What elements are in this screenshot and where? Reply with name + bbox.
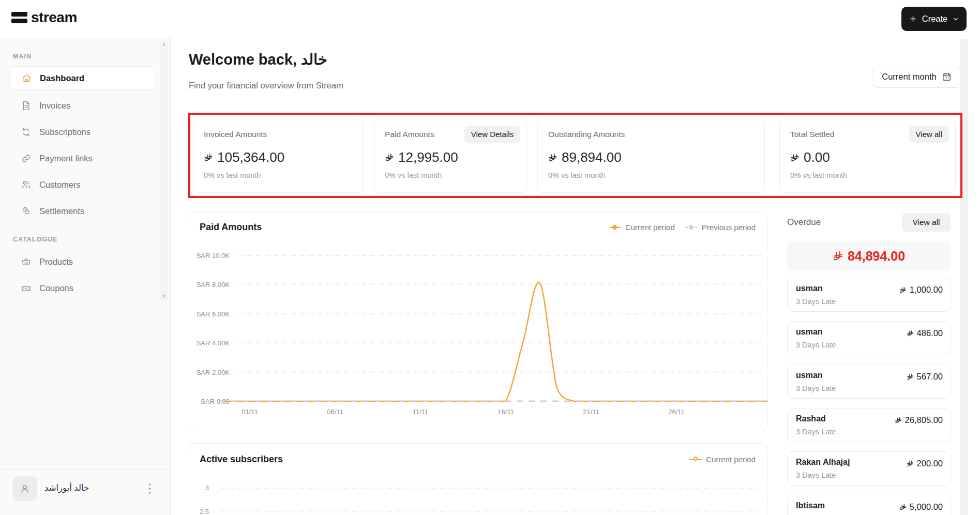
sidebar-item-label: Settlements: [39, 206, 84, 216]
paid-amounts-plot: SAR 10.0K SAR 8.00K SAR 6.00K SAR 4.00K …: [189, 211, 768, 432]
chevron-down-icon: [952, 16, 959, 23]
person-icon: [19, 483, 31, 494]
overdue-item[interactable]: Ibtisam 3 Days Late 5,000.00: [787, 495, 951, 515]
overdue-item[interactable]: Rakan Alhajaj 3 Days Late 200.00: [787, 451, 951, 486]
sidebar-item-coupons[interactable]: Coupons: [9, 276, 155, 300]
overdue-item[interactable]: usman 3 Days Late 1,000.00: [787, 278, 951, 312]
period-selector-button[interactable]: Current month: [873, 66, 960, 88]
section-label-catalogue: CATALOGUE: [13, 236, 57, 243]
stat-delta: 0% vs last month: [790, 171, 847, 179]
view-all-button[interactable]: View all: [909, 126, 949, 143]
plus-icon: [909, 14, 917, 23]
saudi-riyal-icon: [899, 286, 907, 294]
late-status: 3 Days Late: [796, 428, 836, 436]
page-scrollbar[interactable]: [960, 39, 968, 515]
sidebar-item-label: Dashboard: [40, 73, 84, 83]
overdue-amount: 26,805.00: [895, 415, 943, 425]
overdue-item[interactable]: usman 3 Days Late 486.00: [787, 321, 951, 355]
stat-card-total-settled: Total Settled View all 0.00 0% vs last m…: [779, 119, 956, 193]
ticket-icon: [21, 283, 32, 294]
top-bar: stream Create: [0, 0, 980, 38]
stat-label: Paid Amounts: [385, 130, 434, 139]
stat-value: 89,894.00: [548, 149, 622, 165]
svg-text:2.5: 2.5: [200, 508, 209, 515]
create-button[interactable]: Create: [901, 7, 967, 31]
stat-label: Total Settled: [790, 130, 834, 139]
stat-value: 0.00: [790, 149, 830, 165]
svg-text:01/11: 01/11: [242, 408, 258, 416]
stat-card-invoiced: Invoiced Amounts 105,364.00 0% vs last m…: [193, 119, 364, 193]
user-menu-kebab-icon[interactable]: [141, 479, 158, 498]
svg-text:SAR 8.00K: SAR 8.00K: [197, 281, 230, 289]
stream-logo-icon: [11, 12, 27, 23]
chain-link-icon: [21, 153, 32, 164]
stream-logo-text: stream: [31, 9, 77, 26]
svg-text:SAR 10.0K: SAR 10.0K: [197, 252, 230, 260]
svg-text:SAR 4.00K: SAR 4.00K: [197, 339, 230, 347]
saudi-riyal-icon: [899, 504, 907, 511]
overdue-item[interactable]: usman 3 Days Late 567.00: [787, 365, 951, 399]
customer-name: Rakan Alhajaj: [796, 458, 850, 467]
overdue-item[interactable]: Rashad 3 Days Late 26,805.00: [787, 408, 951, 442]
paid-amounts-panel: Paid Amounts Current period Previous per…: [189, 211, 767, 431]
sidebar-item-payment-links[interactable]: Payment links: [9, 146, 155, 170]
scroll-up-icon[interactable]: ▲: [160, 41, 168, 47]
sidebar-item-label: Products: [39, 257, 73, 267]
invoice-document-icon: [21, 100, 32, 111]
stat-delta: 0% vs last month: [385, 171, 442, 179]
customer-name: usman: [796, 284, 823, 293]
stat-card-paid: Paid Amounts View Details 12,995.00 0% v…: [374, 119, 527, 193]
svg-text:SAR 2.00K: SAR 2.00K: [197, 369, 230, 376]
customer-name: Rashad: [796, 414, 826, 423]
sidebar: ▲ ▼ MAIN Dashboard Invoices Subscription…: [0, 38, 171, 515]
saudi-riyal-icon: [907, 373, 914, 381]
page-title: Welcome back, خالد: [189, 51, 327, 68]
avatar: [12, 476, 37, 501]
late-status: 3 Days Late: [796, 471, 836, 479]
sidebar-item-label: Payment links: [39, 154, 93, 163]
stream-logo: stream: [11, 9, 77, 26]
sidebar-item-label: Coupons: [39, 283, 73, 293]
overdue-amount: 200.00: [907, 459, 943, 468]
overdue-amount: 5,000.00: [899, 502, 943, 512]
saudi-riyal-icon: [548, 153, 557, 162]
user-box: خالد أبوراشد: [0, 469, 170, 515]
sidebar-item-customers[interactable]: Customers: [9, 173, 155, 196]
svg-text:11/11: 11/11: [413, 408, 429, 416]
svg-text:SAR 6.00K: SAR 6.00K: [197, 310, 230, 318]
stat-value: 12,995.00: [385, 149, 458, 165]
sidebar-item-settlements[interactable]: Settlements: [9, 199, 155, 223]
customer-name: usman: [796, 371, 823, 380]
overdue-total: 84,894.00: [787, 241, 951, 270]
late-status: 3 Days Late: [796, 297, 836, 306]
stat-delta: 0% vs last month: [204, 171, 261, 179]
stat-delta: 0% vs last month: [548, 171, 605, 179]
sidebar-scrollbar[interactable]: ▲ ▼: [160, 39, 168, 301]
view-details-button[interactable]: View Details: [464, 126, 520, 143]
saudi-riyal-icon: [833, 251, 843, 262]
scroll-down-icon[interactable]: ▼: [160, 294, 168, 299]
sidebar-item-label: Invoices: [39, 101, 71, 111]
customer-name: Ibtisam: [796, 501, 825, 510]
two-people-icon: [21, 179, 32, 190]
sidebar-item-dashboard[interactable]: Dashboard: [9, 66, 155, 90]
stat-label: Outstanding Amounts: [548, 130, 625, 139]
sidebar-item-label: Customers: [39, 180, 81, 190]
sidebar-item-products[interactable]: Products: [9, 250, 155, 274]
saudi-riyal-icon: [895, 417, 902, 424]
coins-icon: [21, 206, 32, 217]
stat-label: Invoiced Amounts: [204, 130, 267, 139]
sidebar-item-invoices[interactable]: Invoices: [9, 94, 155, 117]
saudi-riyal-icon: [907, 330, 914, 337]
svg-text:21/11: 21/11: [583, 408, 599, 416]
svg-text:06/11: 06/11: [327, 408, 343, 416]
home-icon: [21, 73, 32, 84]
stat-card-outstanding: Outstanding Amounts 89,894.00 0% vs last…: [537, 119, 765, 193]
late-status: 3 Days Late: [796, 384, 836, 392]
active-subscribers-plot: 3 2.5: [189, 444, 768, 515]
sidebar-item-subscriptions[interactable]: Subscriptions: [9, 120, 155, 144]
overdue-amount: 1,000.00: [899, 285, 943, 295]
sidebar-item-label: Subscriptions: [39, 127, 91, 137]
page-subtitle: Find your financial overview from Stream: [189, 81, 343, 90]
overdue-view-all-button[interactable]: View all: [902, 213, 951, 232]
